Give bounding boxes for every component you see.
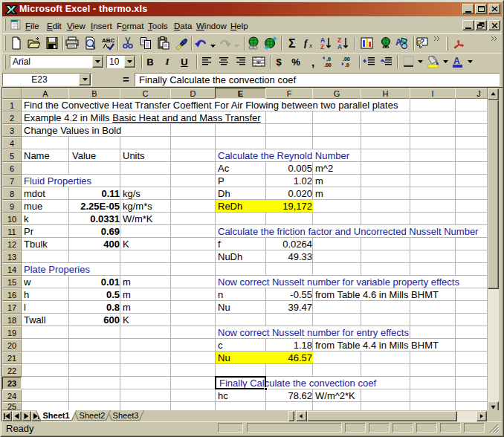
svg-text:ABC: ABC bbox=[102, 37, 115, 44]
svg-text:a: a bbox=[257, 60, 259, 65]
svg-text:.0: .0 bbox=[326, 56, 331, 62]
svg-text:f: f bbox=[304, 37, 308, 48]
svg-text:A: A bbox=[337, 43, 342, 51]
svg-text:.0: .0 bbox=[345, 62, 349, 68]
svg-text:Z: Z bbox=[320, 43, 324, 51]
svg-text:x: x bbox=[308, 42, 312, 49]
svg-text:Σ: Σ bbox=[288, 37, 296, 50]
svg-text:.00: .00 bbox=[324, 62, 332, 68]
svg-text:.00: .00 bbox=[343, 56, 350, 62]
svg-text:A: A bbox=[395, 37, 402, 48]
